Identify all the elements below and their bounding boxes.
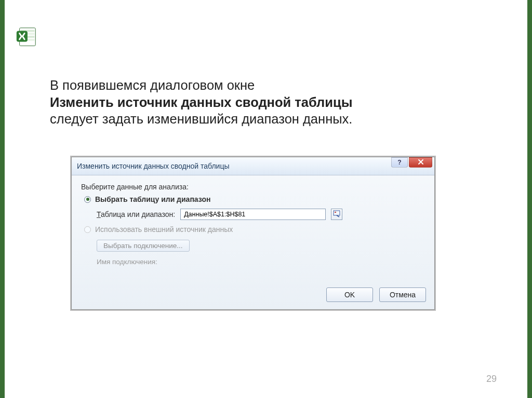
dialog-title: Изменить источник данных сводной таблицы bbox=[77, 162, 229, 170]
help-button[interactable]: ? bbox=[391, 157, 408, 168]
text-bold: Изменить источник данных сводной таблицы bbox=[50, 95, 352, 109]
connection-name-label: Имя подключения: bbox=[97, 258, 425, 266]
text-line-1: В появившемся диалоговом окне bbox=[50, 78, 255, 92]
slide-right-accent bbox=[527, 0, 532, 398]
range-field-label: Таблица или диапазон: bbox=[97, 210, 175, 218]
ok-button[interactable]: OK bbox=[326, 287, 373, 302]
slide-left-accent bbox=[0, 0, 5, 398]
page-number: 29 bbox=[486, 374, 497, 385]
radio-option-range[interactable]: Выбрать таблицу или диапазон bbox=[81, 195, 425, 209]
radio-range-label: Выбрать таблицу или диапазон bbox=[95, 195, 210, 203]
slide-body-text: В появившемся диалоговом окне Изменить и… bbox=[50, 77, 491, 128]
range-selector-button[interactable] bbox=[331, 209, 342, 220]
section-label: Выберите данные для анализа: bbox=[81, 183, 425, 195]
radio-option-external: Использовать внешний источник данных bbox=[81, 225, 425, 239]
change-data-source-dialog: Изменить источник данных сводной таблицы… bbox=[71, 157, 435, 310]
radio-icon bbox=[84, 226, 91, 233]
dialog-screenshot: Изменить источник данных сводной таблицы… bbox=[70, 156, 436, 311]
radio-icon bbox=[84, 196, 91, 203]
range-selector-icon bbox=[333, 210, 340, 219]
close-button[interactable] bbox=[409, 157, 432, 168]
svg-rect-7 bbox=[335, 212, 336, 213]
excel-icon bbox=[15, 25, 38, 49]
choose-connection-button: Выбрать подключение... bbox=[97, 240, 190, 252]
text-line-2: следует задать изменившийся диапазон дан… bbox=[50, 112, 352, 126]
close-icon bbox=[418, 158, 424, 167]
dialog-titlebar[interactable]: Изменить источник данных сводной таблицы… bbox=[72, 157, 434, 175]
radio-external-label: Использовать внешний источник данных bbox=[95, 225, 233, 234]
help-icon: ? bbox=[397, 159, 401, 166]
range-input[interactable] bbox=[180, 209, 326, 220]
svg-rect-6 bbox=[334, 211, 340, 215]
cancel-button[interactable]: Отмена bbox=[379, 287, 426, 302]
